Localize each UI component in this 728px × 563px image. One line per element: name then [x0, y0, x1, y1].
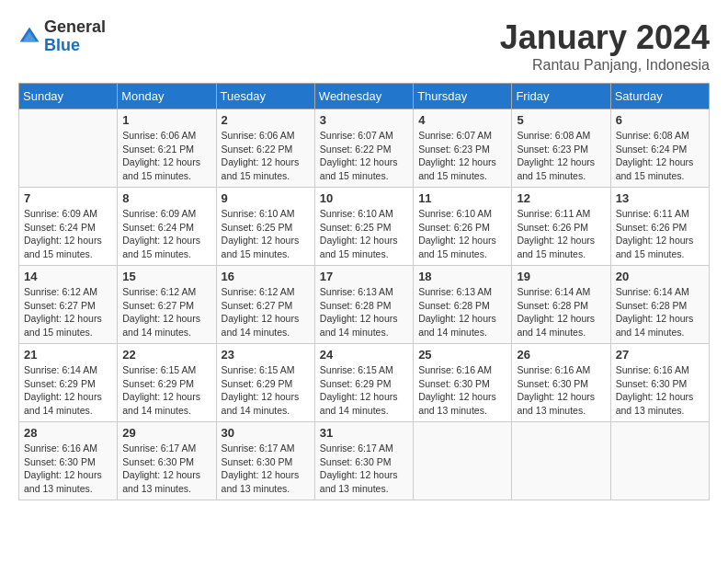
calendar-week-row: 14 Sunrise: 6:12 AMSunset: 6:27 PMDaylig…: [19, 266, 710, 344]
calendar-cell: 29 Sunrise: 6:17 AMSunset: 6:30 PMDaylig…: [118, 422, 216, 500]
day-number: 31: [320, 426, 408, 440]
cell-content: Sunrise: 6:14 AMSunset: 6:28 PMDaylight:…: [616, 285, 704, 339]
calendar-cell: [19, 109, 118, 188]
cell-content: Sunrise: 6:14 AMSunset: 6:29 PMDaylight:…: [24, 363, 112, 418]
calendar-cell: 13 Sunrise: 6:11 AMSunset: 6:26 PMDaylig…: [610, 188, 709, 266]
day-number: 17: [320, 270, 408, 283]
location: Rantau Panjang, Indonesia: [500, 57, 710, 74]
day-number: 19: [517, 270, 605, 283]
day-number: 11: [418, 191, 506, 205]
calendar-cell: [610, 422, 709, 500]
month-title: January 2024: [500, 18, 710, 57]
day-number: 7: [24, 191, 112, 205]
day-number: 2: [222, 113, 310, 127]
calendar-cell: 26 Sunrise: 6:16 AMSunset: 6:30 PMDaylig…: [512, 344, 610, 422]
calendar-cell: 21 Sunrise: 6:14 AMSunset: 6:29 PMDaylig…: [19, 344, 118, 422]
day-number: 9: [222, 191, 310, 205]
day-number: 21: [24, 348, 112, 362]
day-number: 6: [616, 113, 704, 127]
weekday-header-tuesday: Tuesday: [216, 84, 314, 109]
calendar-table: SundayMondayTuesdayWednesdayThursdayFrid…: [18, 83, 710, 500]
calendar-cell: 8 Sunrise: 6:09 AMSunset: 6:24 PMDayligh…: [118, 188, 216, 266]
cell-content: Sunrise: 6:17 AMSunset: 6:30 PMDaylight:…: [122, 442, 210, 496]
calendar-cell: 4 Sunrise: 6:07 AMSunset: 6:23 PMDayligh…: [414, 109, 512, 188]
weekday-header-thursday: Thursday: [414, 84, 512, 109]
calendar-week-row: 21 Sunrise: 6:14 AMSunset: 6:29 PMDaylig…: [19, 344, 710, 422]
day-number: 10: [320, 191, 408, 205]
day-number: 1: [122, 113, 210, 127]
calendar-cell: 10 Sunrise: 6:10 AMSunset: 6:25 PMDaylig…: [314, 188, 413, 266]
day-number: 4: [418, 113, 506, 127]
cell-content: Sunrise: 6:06 AMSunset: 6:21 PMDaylight:…: [122, 129, 210, 183]
cell-content: Sunrise: 6:08 AMSunset: 6:24 PMDaylight:…: [616, 129, 704, 183]
cell-content: Sunrise: 6:15 AMSunset: 6:29 PMDaylight:…: [222, 363, 310, 418]
calendar-cell: 1 Sunrise: 6:06 AMSunset: 6:21 PMDayligh…: [118, 109, 216, 188]
weekday-header-monday: Monday: [118, 84, 216, 109]
day-number: 5: [517, 113, 605, 127]
day-number: 29: [122, 426, 210, 440]
cell-content: Sunrise: 6:12 AMSunset: 6:27 PMDaylight:…: [24, 285, 112, 339]
day-number: 15: [122, 270, 210, 283]
day-number: 18: [418, 270, 506, 283]
calendar-cell: 12 Sunrise: 6:11 AMSunset: 6:26 PMDaylig…: [512, 188, 610, 266]
calendar-cell: 17 Sunrise: 6:13 AMSunset: 6:28 PMDaylig…: [314, 266, 413, 344]
cell-content: Sunrise: 6:08 AMSunset: 6:23 PMDaylight:…: [517, 129, 605, 183]
day-number: 14: [24, 270, 112, 283]
calendar-cell: 5 Sunrise: 6:08 AMSunset: 6:23 PMDayligh…: [512, 109, 610, 188]
cell-content: Sunrise: 6:07 AMSunset: 6:23 PMDaylight:…: [418, 129, 506, 183]
day-number: 8: [122, 191, 210, 205]
day-number: 22: [122, 348, 210, 362]
cell-content: Sunrise: 6:06 AMSunset: 6:22 PMDaylight:…: [222, 129, 310, 183]
cell-content: Sunrise: 6:10 AMSunset: 6:26 PMDaylight:…: [418, 207, 506, 261]
calendar-cell: 18 Sunrise: 6:13 AMSunset: 6:28 PMDaylig…: [414, 266, 512, 344]
cell-content: Sunrise: 6:11 AMSunset: 6:26 PMDaylight:…: [517, 207, 605, 261]
calendar-cell: 28 Sunrise: 6:16 AMSunset: 6:30 PMDaylig…: [19, 422, 118, 500]
general-blue-icon: [18, 26, 40, 48]
calendar-cell: 9 Sunrise: 6:10 AMSunset: 6:25 PMDayligh…: [216, 188, 314, 266]
title-area: January 2024 Rantau Panjang, Indonesia: [500, 18, 710, 74]
cell-content: Sunrise: 6:15 AMSunset: 6:29 PMDaylight:…: [122, 363, 210, 418]
day-number: 28: [24, 426, 112, 440]
cell-content: Sunrise: 6:09 AMSunset: 6:24 PMDaylight:…: [24, 207, 112, 261]
day-number: 27: [616, 348, 704, 362]
day-number: 25: [418, 348, 506, 362]
cell-content: Sunrise: 6:10 AMSunset: 6:25 PMDaylight:…: [320, 207, 408, 261]
calendar-cell: 7 Sunrise: 6:09 AMSunset: 6:24 PMDayligh…: [19, 188, 118, 266]
cell-content: Sunrise: 6:16 AMSunset: 6:30 PMDaylight:…: [517, 363, 605, 418]
day-number: 12: [517, 191, 605, 205]
calendar-cell: 16 Sunrise: 6:12 AMSunset: 6:27 PMDaylig…: [216, 266, 314, 344]
logo-text: General Blue: [44, 18, 106, 55]
day-number: 20: [616, 270, 704, 283]
calendar-cell: 15 Sunrise: 6:12 AMSunset: 6:27 PMDaylig…: [118, 266, 216, 344]
cell-content: Sunrise: 6:12 AMSunset: 6:27 PMDaylight:…: [122, 285, 210, 339]
cell-content: Sunrise: 6:17 AMSunset: 6:30 PMDaylight:…: [320, 442, 408, 496]
day-number: 26: [517, 348, 605, 362]
weekday-header-wednesday: Wednesday: [314, 84, 413, 109]
cell-content: Sunrise: 6:16 AMSunset: 6:30 PMDaylight:…: [418, 363, 506, 418]
cell-content: Sunrise: 6:13 AMSunset: 6:28 PMDaylight:…: [418, 285, 506, 339]
day-number: 24: [320, 348, 408, 362]
cell-content: Sunrise: 6:07 AMSunset: 6:22 PMDaylight:…: [320, 129, 408, 183]
cell-content: Sunrise: 6:15 AMSunset: 6:29 PMDaylight:…: [320, 363, 408, 418]
cell-content: Sunrise: 6:09 AMSunset: 6:24 PMDaylight:…: [122, 207, 210, 261]
cell-content: Sunrise: 6:14 AMSunset: 6:28 PMDaylight:…: [517, 285, 605, 339]
cell-content: Sunrise: 6:13 AMSunset: 6:28 PMDaylight:…: [320, 285, 408, 339]
cell-content: Sunrise: 6:11 AMSunset: 6:26 PMDaylight:…: [616, 207, 704, 261]
cell-content: Sunrise: 6:12 AMSunset: 6:27 PMDaylight:…: [222, 285, 310, 339]
calendar-cell: 20 Sunrise: 6:14 AMSunset: 6:28 PMDaylig…: [610, 266, 709, 344]
calendar-cell: 30 Sunrise: 6:17 AMSunset: 6:30 PMDaylig…: [216, 422, 314, 500]
calendar-week-row: 1 Sunrise: 6:06 AMSunset: 6:21 PMDayligh…: [19, 109, 710, 188]
calendar-cell: 6 Sunrise: 6:08 AMSunset: 6:24 PMDayligh…: [610, 109, 709, 188]
cell-content: Sunrise: 6:10 AMSunset: 6:25 PMDaylight:…: [222, 207, 310, 261]
weekday-header-friday: Friday: [512, 84, 610, 109]
calendar-cell: 27 Sunrise: 6:16 AMSunset: 6:30 PMDaylig…: [610, 344, 709, 422]
calendar-cell: 3 Sunrise: 6:07 AMSunset: 6:22 PMDayligh…: [314, 109, 413, 188]
calendar-cell: [512, 422, 610, 500]
day-number: 16: [222, 270, 310, 283]
calendar-cell: 11 Sunrise: 6:10 AMSunset: 6:26 PMDaylig…: [414, 188, 512, 266]
day-number: 30: [222, 426, 310, 440]
logo: General Blue: [18, 18, 106, 55]
calendar-week-row: 28 Sunrise: 6:16 AMSunset: 6:30 PMDaylig…: [19, 422, 710, 500]
calendar-cell: 19 Sunrise: 6:14 AMSunset: 6:28 PMDaylig…: [512, 266, 610, 344]
cell-content: Sunrise: 6:17 AMSunset: 6:30 PMDaylight:…: [222, 442, 310, 496]
